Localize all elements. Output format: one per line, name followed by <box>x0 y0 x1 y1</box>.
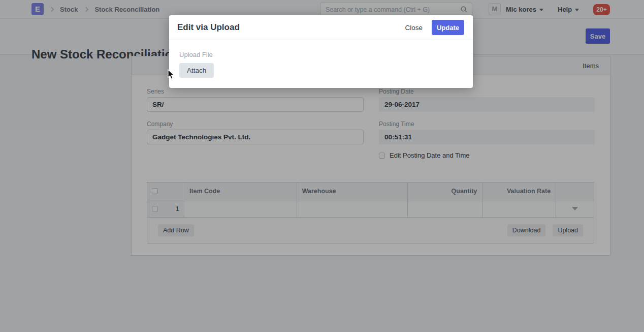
attach-button[interactable]: Attach <box>179 63 214 78</box>
app-window: E Stock Stock Reconciliation M Mic kores… <box>0 0 644 332</box>
edit-via-upload-dialog: Edit via Upload Close Update Upload File… <box>169 15 473 88</box>
update-button[interactable]: Update <box>432 20 464 35</box>
close-button[interactable]: Close <box>405 24 423 32</box>
dialog-title: Edit via Upload <box>177 22 405 33</box>
dialog-header: Edit via Upload Close Update <box>169 15 473 40</box>
upload-file-label: Upload File <box>179 51 463 58</box>
dialog-body: Upload File Attach <box>169 40 473 78</box>
